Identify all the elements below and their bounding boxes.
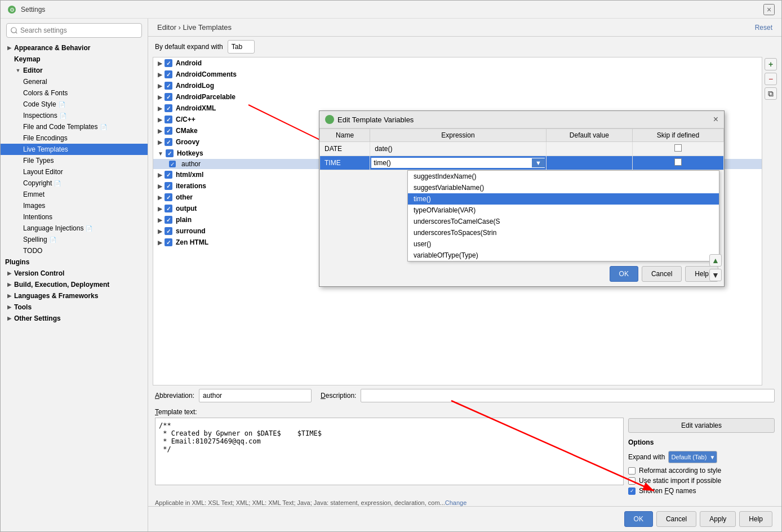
applicable-line: Applicable in XML: XSL Text; XML; XML: X… xyxy=(155,499,775,506)
dropdown-item-0[interactable]: suggestIndexName() xyxy=(408,171,719,182)
skip-checkbox-time[interactable] xyxy=(674,158,682,166)
sidebar-item-live-templates[interactable]: Live Templates xyxy=(1,144,148,155)
sidebar-item-languages[interactable]: ▶ Languages & Frameworks xyxy=(1,290,148,302)
tree-toggle-editor: ▼ xyxy=(14,66,22,74)
tree-toggle-vc: ▶ xyxy=(5,269,13,277)
sidebar-item-build[interactable]: ▶ Build, Execution, Deployment xyxy=(1,279,148,290)
sidebar-item-general[interactable]: General xyxy=(1,76,148,87)
ok-button[interactable]: OK xyxy=(624,511,653,527)
sidebar-item-spelling[interactable]: Spelling 📄 xyxy=(1,234,148,245)
group-androidcomments[interactable]: ▶ AndroidComments xyxy=(153,69,762,80)
modal-up-button[interactable]: ▲ xyxy=(709,254,722,267)
edit-template-variables-modal: Edit Template Variables × Name Expressio… xyxy=(319,110,725,287)
shorten-option-row: Shorten FQ names xyxy=(628,487,775,495)
reformat-checkbox[interactable] xyxy=(628,467,636,475)
modal-cancel-button[interactable]: Cancel xyxy=(642,266,682,282)
tree-toggle-lang: ▶ xyxy=(5,292,13,300)
sidebar-item-intentions[interactable]: Intentions xyxy=(1,211,148,223)
table-row-date[interactable]: DATE date() xyxy=(320,142,724,156)
sidebar-item-editor[interactable]: ▼ Editor xyxy=(1,65,148,76)
right-options: Edit variables Options Expand with Defau… xyxy=(628,408,775,497)
dropdown-item-6[interactable]: user() xyxy=(408,238,719,250)
panel-toolbar: By default expand with Tab xyxy=(148,37,781,57)
sidebar-item-todo[interactable]: TODO xyxy=(1,245,148,256)
col-expression: Expression xyxy=(370,129,546,142)
options-title: Options xyxy=(628,438,775,446)
sidebar-item-file-code-templates[interactable]: File and Code Templates 📄 xyxy=(1,121,148,132)
apply-button[interactable]: Apply xyxy=(700,511,736,527)
sidebar-item-plugins[interactable]: Plugins xyxy=(1,256,148,268)
sidebar-item-version-control[interactable]: ▶ Version Control xyxy=(1,268,148,279)
sidebar-item-colors-fonts[interactable]: Colors & Fonts xyxy=(1,87,148,99)
sidebar-item-tools[interactable]: ▶ Tools xyxy=(1,302,148,313)
breadcrumb-page: Live Templates xyxy=(183,23,232,32)
modal-close-button[interactable]: × xyxy=(713,114,718,125)
options-section: Options Expand with Default (Tab) ▼ xyxy=(628,438,775,497)
cell-name-date: DATE xyxy=(320,142,370,156)
search-input[interactable] xyxy=(6,23,142,38)
table-row-time[interactable]: TIME ▼ xyxy=(320,156,724,170)
sidebar-item-copyright[interactable]: Copyright 📄 xyxy=(1,178,148,189)
static-import-label: Use static import if possible xyxy=(639,477,721,485)
dropdown-item-2[interactable]: time() xyxy=(408,193,719,205)
description-label: Description: xyxy=(321,392,356,400)
col-default: Default value xyxy=(546,129,632,142)
sidebar-tree: ▶ Appearance & Behavior Keymap ▼ Editor … xyxy=(1,42,148,531)
modal-buttons: OK Cancel Help xyxy=(319,261,724,286)
sidebar-item-other-settings[interactable]: ▶ Other Settings xyxy=(1,313,148,324)
bottom-buttons: OK Cancel Apply Help xyxy=(148,506,781,531)
group-androidparcelable[interactable]: ▶ AndroidParcelable xyxy=(153,91,762,103)
reformat-label: Reformat according to style xyxy=(639,467,721,475)
sidebar-item-keymap[interactable]: Keymap xyxy=(1,54,148,65)
tree-toggle-other: ▶ xyxy=(5,314,13,322)
expression-input[interactable] xyxy=(371,158,532,168)
modal-content: Name Expression Default value Skip if de… xyxy=(319,128,724,261)
dropdown-item-1[interactable]: suggestVariableName() xyxy=(408,182,719,193)
copy-template-button[interactable]: ⧉ xyxy=(765,87,777,100)
dropdown-item-4[interactable]: underscoresToCamelCase(S xyxy=(408,216,719,227)
breadcrumb-separator: › xyxy=(179,23,183,32)
remove-template-button[interactable]: − xyxy=(765,73,777,85)
group-android[interactable]: ▶ Android xyxy=(153,57,762,69)
expression-dropdown-btn[interactable]: ▼ xyxy=(532,158,545,167)
add-template-button[interactable]: + xyxy=(765,58,777,70)
description-input[interactable] xyxy=(361,389,775,402)
sidebar-item-appearance[interactable]: ▶ Appearance & Behavior xyxy=(1,42,148,54)
cell-expr-date: date() xyxy=(370,142,546,156)
expand-with-select[interactable]: Default (Tab) xyxy=(668,451,717,463)
modal-nav-buttons: ▲ ▼ xyxy=(707,252,724,283)
breadcrumb-editor: Editor xyxy=(157,23,176,32)
template-text-label: Template text: xyxy=(155,408,624,416)
cancel-button[interactable]: Cancel xyxy=(656,511,696,527)
dropdown-item-7[interactable]: variableOfType(Type) xyxy=(408,250,719,261)
group-androidlog[interactable]: ▶ AndroidLog xyxy=(153,80,762,91)
sidebar-item-emmet[interactable]: Emmet xyxy=(1,189,148,200)
modal-ok-button[interactable]: OK xyxy=(610,266,638,282)
sidebar-item-file-encodings[interactable]: File Encodings xyxy=(1,132,148,144)
modal-table: Name Expression Default value Skip if de… xyxy=(319,128,724,170)
sidebar-item-file-types[interactable]: File Types xyxy=(1,155,148,166)
static-import-checkbox[interactable] xyxy=(628,477,636,485)
static-import-option-row: Use static import if possible xyxy=(628,477,775,485)
modal-down-button[interactable]: ▼ xyxy=(709,269,722,281)
dropdown-item-5[interactable]: underscoresToSpaces(Strin xyxy=(408,227,719,238)
abbreviation-input[interactable] xyxy=(199,389,312,402)
sidebar-item-language-injections[interactable]: Language Injections 📄 xyxy=(1,223,148,234)
sidebar-item-images[interactable]: Images xyxy=(1,200,148,211)
skip-checkbox-date[interactable] xyxy=(674,144,682,152)
template-text-input[interactable]: /** * Created by Gpwner on $DATE$ $TIME$… xyxy=(155,418,624,485)
reset-button[interactable]: Reset xyxy=(755,24,772,32)
list-buttons: + − ⧉ xyxy=(765,57,777,385)
dropdown-item-3[interactable]: typeOfVariable(VAR) xyxy=(408,205,719,216)
close-button[interactable]: × xyxy=(763,4,775,15)
expand-select[interactable]: Tab xyxy=(228,40,255,54)
col-name: Name xyxy=(320,129,370,142)
sidebar-item-inspections[interactable]: Inspections 📄 xyxy=(1,110,148,121)
modal-title-bar: Edit Template Variables × xyxy=(319,111,724,128)
sidebar-item-layout-editor[interactable]: Layout Editor xyxy=(1,166,148,178)
sidebar-item-code-style[interactable]: Code Style 📄 xyxy=(1,99,148,110)
help-button[interactable]: Help xyxy=(739,511,772,527)
edit-variables-button[interactable]: Edit variables xyxy=(628,418,775,433)
shorten-checkbox[interactable] xyxy=(628,487,636,495)
change-link[interactable]: Change xyxy=(445,499,467,506)
